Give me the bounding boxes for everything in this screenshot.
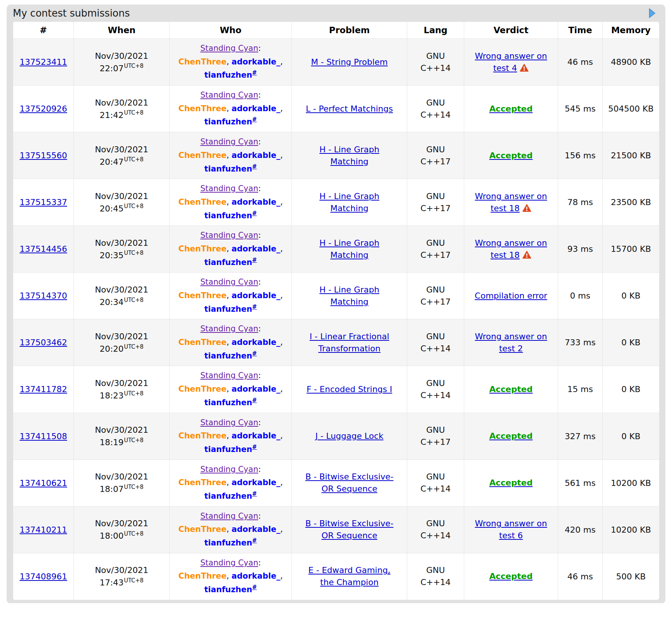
submission-id-link[interactable]: 137411782 — [20, 384, 67, 394]
timezone-label: UTC+8 — [124, 484, 144, 490]
team-link[interactable]: Standing Cyan — [200, 231, 258, 240]
member-handle[interactable]: ChenThree — [178, 104, 227, 113]
problem-link[interactable]: B - Bitwise Exclusive-OR Sequence — [305, 472, 394, 493]
member-handle[interactable]: ChenThree — [178, 151, 227, 160]
member-handle[interactable]: tianfuzhen — [204, 164, 252, 173]
verdict-link[interactable]: Accepted — [489, 384, 533, 394]
submission-id-link[interactable]: 137410211 — [20, 525, 67, 535]
table-row: 137523411 Nov/30/2021 22:07UTC+8 Standin… — [13, 39, 660, 86]
member-handle[interactable]: tianfuzhen — [204, 585, 252, 594]
member-handle[interactable]: ChenThree — [178, 571, 227, 581]
member-handle[interactable]: ChenThree — [178, 525, 227, 534]
member-handle[interactable]: tianfuzhen — [204, 445, 252, 454]
member-handle[interactable]: adorkable_ — [232, 478, 280, 487]
submission-id-link[interactable]: 137410621 — [20, 478, 67, 488]
member-handle[interactable]: tianfuzhen — [204, 258, 252, 267]
team-hash-link[interactable]: # — [252, 69, 257, 76]
member-handle[interactable]: adorkable_ — [232, 291, 280, 300]
member-handle[interactable]: tianfuzhen — [204, 398, 252, 407]
problem-link[interactable]: I - Linear Fractional Transformation — [310, 332, 389, 353]
team-hash-link[interactable]: # — [252, 537, 257, 544]
problem-link[interactable]: B - Bitwise Exclusive-OR Sequence — [305, 519, 394, 540]
member-handle[interactable]: ChenThree — [178, 57, 227, 66]
member-handle[interactable]: adorkable_ — [232, 571, 280, 581]
team-hash-link[interactable]: # — [252, 444, 257, 450]
problem-link[interactable]: M - String Problem — [311, 57, 388, 67]
team-link[interactable]: Standing Cyan — [200, 324, 258, 333]
member-handle[interactable]: adorkable_ — [232, 525, 280, 534]
problem-link[interactable]: F - Encoded Strings I — [307, 384, 392, 394]
problem-link[interactable]: H - Line Graph Matching — [319, 238, 379, 260]
member-handle[interactable]: ChenThree — [178, 338, 227, 347]
team-hash-link[interactable]: # — [252, 490, 257, 497]
member-handle[interactable]: adorkable_ — [232, 431, 280, 440]
verdict-link[interactable]: Accepted — [489, 151, 533, 160]
submission-id-link[interactable]: 137503462 — [20, 338, 67, 347]
member-handle[interactable]: tianfuzhen — [204, 538, 252, 547]
member-handle[interactable]: ChenThree — [178, 478, 227, 487]
team-link[interactable]: Standing Cyan — [200, 371, 258, 380]
member-handle[interactable]: tianfuzhen — [204, 70, 252, 80]
member-handle[interactable]: tianfuzhen — [204, 211, 252, 220]
panel-caption: My contest submissions — [7, 5, 665, 21]
team-hash-link[interactable]: # — [252, 350, 257, 357]
problem-link[interactable]: J - Luggage Lock — [315, 431, 383, 441]
team-link[interactable]: Standing Cyan — [200, 137, 258, 146]
verdict-link[interactable]: Accepted — [489, 104, 533, 113]
expand-panel-arrow-icon[interactable] — [648, 8, 656, 18]
verdict-link[interactable]: Compilation error — [475, 291, 547, 300]
member-handle[interactable]: ChenThree — [178, 384, 227, 394]
member-handle[interactable]: adorkable_ — [232, 338, 280, 347]
member-handle[interactable]: ChenThree — [178, 431, 227, 440]
team-link[interactable]: Standing Cyan — [200, 465, 258, 474]
problem-link[interactable]: H - Line Graph Matching — [319, 145, 379, 166]
team-hash-link[interactable]: # — [252, 584, 257, 591]
problem-link[interactable]: H - Line Graph Matching — [319, 191, 379, 213]
submission-id-link[interactable]: 137411508 — [20, 432, 67, 441]
problem-link[interactable]: L - Perfect Matchings — [306, 104, 393, 113]
verdict-link[interactable]: Accepted — [489, 478, 533, 487]
team-link[interactable]: Standing Cyan — [200, 418, 258, 427]
team-hash-link[interactable]: # — [252, 397, 257, 404]
verdict-link[interactable]: Wrong answer on test 18 — [475, 191, 547, 213]
team-hash-link[interactable]: # — [252, 303, 257, 310]
verdict-link[interactable]: Wrong answer on test 6 — [475, 519, 547, 540]
submission-id-link[interactable]: 137514456 — [20, 244, 67, 254]
member-handle[interactable]: tianfuzhen — [204, 492, 252, 501]
member-handle[interactable]: adorkable_ — [232, 57, 280, 66]
member-handle[interactable]: tianfuzhen — [204, 117, 252, 126]
submission-id-link[interactable]: 137515337 — [20, 198, 67, 207]
member-handle[interactable]: ChenThree — [178, 198, 227, 207]
verdict-link[interactable]: Wrong answer on test 18 — [475, 238, 547, 260]
submission-id-link[interactable]: 137520926 — [20, 104, 67, 113]
member-handle[interactable]: ChenThree — [178, 244, 227, 253]
team-link[interactable]: Standing Cyan — [200, 184, 258, 193]
member-handle[interactable]: ChenThree — [178, 291, 227, 300]
submission-id-link[interactable]: 137514370 — [20, 291, 67, 300]
team-link[interactable]: Standing Cyan — [200, 90, 258, 100]
team-hash-link[interactable]: # — [252, 116, 257, 123]
member-handle[interactable]: adorkable_ — [232, 244, 280, 253]
verdict-link[interactable]: Wrong answer on test 2 — [475, 332, 547, 353]
problem-link[interactable]: E - Edward Gaming, the Champion — [308, 565, 391, 587]
submission-id-link[interactable]: 137523411 — [20, 57, 67, 67]
submission-id-link[interactable]: 137515560 — [20, 151, 67, 160]
team-link[interactable]: Standing Cyan — [200, 512, 258, 521]
team-hash-link[interactable]: # — [252, 163, 257, 170]
verdict-link[interactable]: Accepted — [489, 431, 533, 441]
problem-link[interactable]: H - Line Graph Matching — [319, 285, 379, 306]
team-link[interactable]: Standing Cyan — [200, 558, 258, 567]
member-handle[interactable]: adorkable_ — [232, 104, 280, 113]
member-handle[interactable]: tianfuzhen — [204, 351, 252, 360]
verdict-link[interactable]: Wrong answer on test 4 — [475, 51, 547, 73]
team-hash-link[interactable]: # — [252, 257, 257, 263]
member-handle[interactable]: adorkable_ — [232, 198, 280, 207]
verdict-link[interactable]: Accepted — [489, 571, 533, 581]
team-link[interactable]: Standing Cyan — [200, 277, 258, 286]
team-hash-link[interactable]: # — [252, 210, 257, 217]
submission-id-link[interactable]: 137408961 — [20, 572, 67, 581]
member-handle[interactable]: adorkable_ — [232, 384, 280, 394]
member-handle[interactable]: adorkable_ — [232, 151, 280, 160]
member-handle[interactable]: tianfuzhen — [204, 305, 252, 314]
team-link[interactable]: Standing Cyan — [200, 44, 258, 53]
